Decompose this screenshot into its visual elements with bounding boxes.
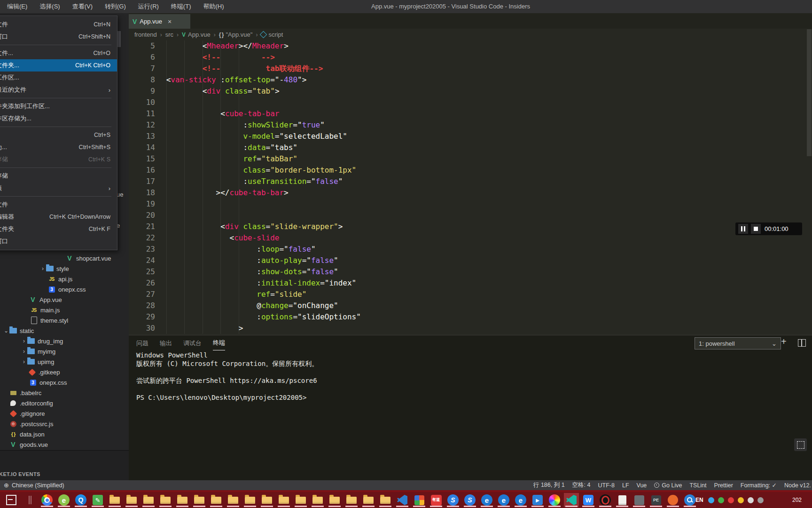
- file-menu-item-6[interactable]: 打开最近的文件›: [0, 84, 117, 96]
- tree-item-goods.vue[interactable]: Vgoods.vue: [0, 439, 138, 450]
- file-menu-item-5[interactable]: 打开工作区...: [0, 71, 117, 84]
- taskbar-clock[interactable]: 202: [792, 492, 802, 508]
- status-language-indicator[interactable]: ⊕ Chinese (Simplified): [4, 482, 64, 489]
- new-terminal-button[interactable]: +: [781, 336, 787, 347]
- close-icon[interactable]: ×: [168, 18, 172, 25]
- taskbar-vscode[interactable]: [395, 493, 410, 507]
- tree-item-upimg[interactable]: ›upimg: [0, 357, 149, 367]
- menubar-item-0[interactable]: 编辑(E): [1, 0, 33, 13]
- panel-tab-0[interactable]: 问题: [136, 336, 148, 350]
- status-item-0[interactable]: 行 186, 列 1: [533, 481, 565, 489]
- taskbar-folder-1[interactable]: [107, 493, 122, 507]
- file-menu-item-15[interactable]: 自动存储: [0, 170, 117, 182]
- file-menu-item-9[interactable]: 将工作区存储为...: [0, 112, 117, 125]
- file-menu-item-3[interactable]: 打开文件...Ctrl+O: [0, 47, 117, 59]
- taskbar-folder-9[interactable]: [242, 493, 258, 507]
- editor-scrollbar[interactable]: [807, 29, 812, 156]
- menubar-item-5[interactable]: 终端(T): [165, 0, 197, 13]
- file-menu-item-19[interactable]: 关闭编辑器Ctrl+K Ctrl+DownArrow: [0, 211, 117, 223]
- terminal-select[interactable]: 1: powershell ⌄: [695, 337, 781, 349]
- taskbar-folder-7[interactable]: [209, 493, 224, 507]
- taskbar-player[interactable]: ▶: [530, 493, 545, 507]
- taskbar-opera[interactable]: [598, 493, 613, 507]
- status-item-8[interactable]: Formatting: ✓: [741, 482, 777, 489]
- taskbar-colors[interactable]: [547, 493, 562, 507]
- tree-item-data.json[interactable]: { }data.json: [0, 429, 138, 439]
- taskbar-gray-square[interactable]: [632, 493, 647, 507]
- panel-tab-3[interactable]: 终端: [213, 336, 225, 350]
- taskbar-browser-e[interactable]: e: [479, 493, 494, 507]
- taskbar-folder-11[interactable]: [276, 493, 291, 507]
- status-item-3[interactable]: LF: [622, 482, 629, 489]
- taskbar-notepad[interactable]: ✎: [90, 493, 105, 507]
- menubar-item-4[interactable]: 运行(R): [132, 0, 165, 13]
- taskbar-wps[interactable]: W: [581, 493, 596, 507]
- breadcrumb-item-3[interactable]: { }"App.vue": [219, 31, 253, 38]
- tray-icon-5[interactable]: [757, 497, 764, 503]
- taskbar-browser-e-green[interactable]: e: [56, 493, 71, 507]
- file-menu-item-12[interactable]: 存储为...Ctrl+Shift+S: [0, 141, 117, 153]
- panel-tab-1[interactable]: 输出: [160, 336, 172, 350]
- taskbar-orange-dot[interactable]: [665, 493, 680, 507]
- breadcrumb-item-2[interactable]: VApp.vue: [182, 31, 211, 38]
- tray-icon-2[interactable]: [728, 497, 734, 503]
- file-menu-item-8[interactable]: 将文件夹添加到工作区...: [0, 100, 117, 112]
- tree-item-static[interactable]: ⌄static: [0, 325, 132, 336]
- tree-item-.editorconfig[interactable]: .editorconfig: [0, 398, 138, 408]
- socketio-events-header[interactable]: SOCKET.IO EVENTS: [0, 471, 40, 477]
- panel-tab-2[interactable]: 调试台: [183, 336, 202, 350]
- taskbar-qq-browser[interactable]: Q: [73, 493, 88, 507]
- taskbar-folder-14[interactable]: [327, 493, 342, 507]
- tree-item-drug-img[interactable]: ›drug_img: [0, 336, 149, 346]
- menubar-item-6[interactable]: 帮助(H): [197, 0, 230, 13]
- taskbar-folder-16[interactable]: [361, 493, 376, 507]
- breadcrumb-item-4[interactable]: script: [261, 31, 283, 38]
- taskbar-s-app[interactable]: S: [462, 493, 477, 507]
- taskbar-folder-4[interactable]: [158, 493, 173, 507]
- file-menu-item-20[interactable]: 关闭文件夹Ctrl+K F: [0, 223, 117, 235]
- tray-icon-0[interactable]: [708, 497, 714, 503]
- taskbar-folder-12[interactable]: [293, 493, 308, 507]
- status-item-9[interactable]: Node v12.: [784, 482, 811, 489]
- taskbar-doc[interactable]: [615, 493, 630, 507]
- snip-tool-icon[interactable]: [794, 438, 807, 451]
- taskbar-folder-2[interactable]: [124, 493, 139, 507]
- taskbar-start[interactable]: [4, 493, 19, 507]
- taskbar-folder-13[interactable]: [310, 493, 325, 507]
- pause-button[interactable]: [738, 224, 748, 234]
- taskbar-browser-e[interactable]: e: [496, 493, 511, 507]
- terminal-output[interactable]: Windows PowerShell版权所有 (C) Microsoft Cor…: [136, 351, 794, 402]
- status-item-1[interactable]: 空格: 4: [572, 481, 591, 489]
- tree-item-myimg[interactable]: ›myimg: [0, 346, 149, 357]
- status-item-7[interactable]: Prettier: [714, 482, 733, 489]
- file-menu-item-0[interactable]: 新建文件Ctrl+N: [0, 18, 117, 31]
- status-item-5[interactable]: Go Live: [654, 482, 682, 489]
- taskbar-folder-5[interactable]: [175, 493, 190, 507]
- breadcrumb-item-0[interactable]: frontend: [134, 31, 157, 38]
- file-menu-item-16[interactable]: 首选项›: [0, 182, 117, 194]
- file-menu-item-4[interactable]: 打开文件夹...Ctrl+K Ctrl+O: [0, 59, 117, 71]
- file-menu-item-11[interactable]: 存储Ctrl+S: [0, 129, 117, 141]
- tray-icon-1[interactable]: [718, 497, 724, 503]
- menubar-item-2[interactable]: 查看(V): [66, 0, 99, 13]
- taskbar-folder-17[interactable]: [378, 493, 393, 507]
- taskbar-folder-10[interactable]: [259, 493, 274, 507]
- taskbar-vscode-insiders[interactable]: [564, 493, 579, 507]
- file-menu-item-1[interactable]: 新建窗口Ctrl+Shift+N: [0, 31, 117, 43]
- tree-item-.babelrc[interactable]: .babelrc: [0, 388, 138, 398]
- file-menu-item-21[interactable]: 关闭窗口: [0, 235, 117, 247]
- tree-item-.postcssrc.js[interactable]: ⚙.postcssrc.js: [0, 419, 138, 429]
- taskbar-pe[interactable]: PE: [648, 493, 664, 507]
- tray-icon-3[interactable]: [738, 497, 744, 503]
- stop-button[interactable]: [751, 224, 761, 234]
- taskbar-pinwheel[interactable]: [412, 493, 427, 507]
- tree-item-.gitignore[interactable]: .gitignore: [0, 408, 138, 419]
- status-item-2[interactable]: UTF-8: [598, 482, 615, 489]
- breadcrumb-item-1[interactable]: src: [165, 31, 173, 38]
- taskbar-youdao[interactable]: 有道: [429, 493, 444, 507]
- taskbar-folder-6[interactable]: [192, 493, 207, 507]
- status-item-6[interactable]: TSLint: [689, 482, 706, 489]
- taskbar-browser-e[interactable]: e: [513, 493, 528, 507]
- sidebar-scrollbar[interactable]: [117, 31, 121, 47]
- taskbar-folder-15[interactable]: [344, 493, 359, 507]
